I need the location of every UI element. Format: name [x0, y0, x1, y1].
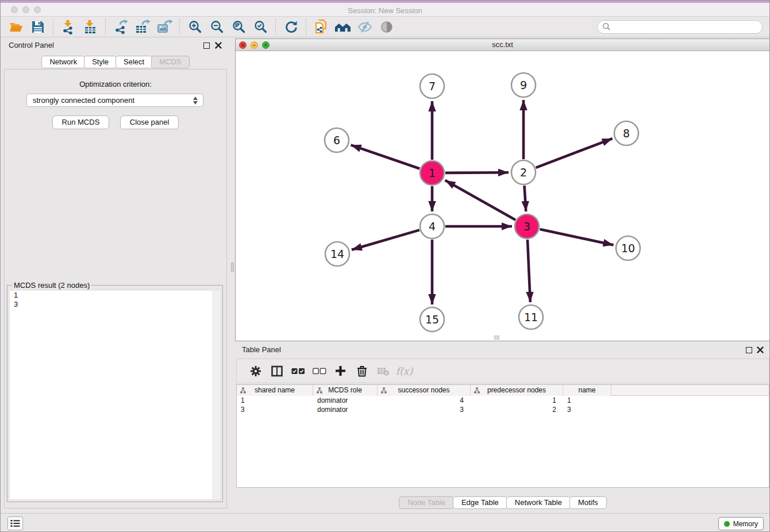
- zoom-out-icon: [210, 20, 224, 34]
- graph-node-14[interactable]: 14: [325, 242, 349, 266]
- apply-layout-button[interactable]: [280, 18, 302, 36]
- graph-node-1[interactable]: 1: [420, 161, 444, 185]
- cell-name[interactable]: 3: [563, 405, 611, 414]
- graph-edge-4-14[interactable]: [352, 230, 419, 249]
- column-header-name[interactable]: name: [563, 385, 611, 396]
- float-panel-icon[interactable]: [203, 43, 210, 49]
- run-mcds-button[interactable]: Run MCDS: [52, 115, 110, 129]
- cell-mcds-role[interactable]: dominator: [313, 396, 378, 405]
- table-toolbar: f(x): [236, 358, 769, 383]
- tab-mcds[interactable]: MCDS: [151, 56, 189, 68]
- network-canvas[interactable]: 1234678910111415: [236, 52, 769, 341]
- close-panel-icon[interactable]: [757, 346, 764, 353]
- cell-predecessor-nodes[interactable]: 2: [471, 405, 563, 414]
- column-header-label: MCDS role: [328, 386, 362, 394]
- export-image-button[interactable]: [153, 18, 175, 36]
- tab-network[interactable]: Network: [41, 56, 85, 68]
- graph-node-11[interactable]: 11: [519, 305, 543, 329]
- zoom-selected-button[interactable]: [249, 18, 271, 36]
- graph-edge-1-6[interactable]: [351, 145, 420, 168]
- column-header-successor-nodes[interactable]: successor nodes: [378, 385, 471, 396]
- delete-row-button[interactable]: [351, 363, 372, 380]
- tab-node-table[interactable]: Node Table: [399, 496, 454, 509]
- control-panel: Control Panel NetworkStyleSelectMCDS Opt…: [1, 37, 230, 511]
- column-settings-button[interactable]: [245, 363, 266, 380]
- optimization-criterion-select[interactable]: strongly connected component: [26, 94, 203, 107]
- show-hide-graphics-details-button[interactable]: [354, 18, 376, 36]
- contrast-eye-button[interactable]: [376, 18, 398, 36]
- show-columns-button[interactable]: [266, 363, 287, 380]
- graph-node-6[interactable]: 6: [325, 128, 349, 152]
- close-panel-button[interactable]: Close panel: [120, 115, 179, 129]
- cell-shared-name[interactable]: 3: [237, 405, 313, 414]
- graph-edge-1-2[interactable]: [445, 172, 509, 173]
- import-network-button[interactable]: [57, 18, 79, 36]
- table-body: 1dominator4113dominator323: [237, 396, 769, 414]
- tab-network-table[interactable]: Network Table: [506, 496, 571, 509]
- toolbar-separator: [53, 19, 53, 35]
- result-scrollbar[interactable]: [213, 291, 220, 499]
- import-table-button[interactable]: [79, 18, 101, 36]
- graph-node-7[interactable]: 7: [420, 74, 444, 98]
- tab-select[interactable]: Select: [116, 56, 152, 68]
- zoom-out-button[interactable]: [206, 18, 228, 36]
- column-header-predecessor-nodes[interactable]: predecessor nodes: [471, 385, 563, 396]
- panel-splitter[interactable]: [230, 37, 235, 511]
- node-label: 7: [429, 80, 436, 92]
- graph-edge-3-11[interactable]: [528, 240, 530, 302]
- save-session-button[interactable]: [27, 18, 49, 36]
- graph-edge-2-8[interactable]: [536, 138, 613, 168]
- graph-node-15[interactable]: 15: [420, 307, 444, 331]
- node-label: 3: [523, 220, 530, 233]
- tab-style[interactable]: Style: [84, 56, 117, 68]
- column-header-label: successor nodes: [398, 386, 449, 394]
- import-network-icon: [61, 20, 76, 34]
- graph-edge-3-1[interactable]: [445, 180, 515, 220]
- zoom-selected-icon: [253, 20, 268, 34]
- first-neighbors-button[interactable]: [332, 18, 354, 36]
- graph-node-10[interactable]: 10: [616, 236, 640, 260]
- graph-edge-3-10[interactable]: [540, 229, 614, 245]
- search-box[interactable]: [597, 20, 763, 34]
- canvas-resize-grip[interactable]: [494, 336, 499, 340]
- close-panel-icon[interactable]: [215, 42, 222, 49]
- cell-successor-nodes[interactable]: 3: [378, 405, 471, 414]
- tab-edge-table[interactable]: Edge Table: [453, 496, 507, 509]
- mcds-panel: Optimization criterion: strongly connect…: [4, 69, 227, 508]
- table-row[interactable]: 3dominator323: [237, 405, 769, 414]
- graph-edge-2-3[interactable]: [525, 186, 526, 211]
- zoom-in-button[interactable]: [184, 18, 206, 36]
- task-history-button[interactable]: [7, 516, 23, 530]
- graph-node-3[interactable]: 3: [515, 214, 539, 238]
- cell-successor-nodes[interactable]: 4: [378, 396, 471, 405]
- memory-button[interactable]: Memory: [718, 517, 764, 530]
- cell-shared-name[interactable]: 1: [237, 396, 313, 405]
- delete-table-button[interactable]: [372, 363, 394, 380]
- mcds-result-textarea[interactable]: 13: [10, 291, 220, 499]
- column-header-shared-name[interactable]: shared name: [237, 385, 313, 396]
- network-graph[interactable]: 1234678910111415: [236, 52, 769, 341]
- cell-name[interactable]: 1: [563, 396, 611, 405]
- graph-node-9[interactable]: 9: [511, 73, 536, 97]
- open-session-button[interactable]: [5, 18, 27, 36]
- zoom-fit-button[interactable]: [228, 18, 249, 36]
- export-network-button[interactable]: [110, 18, 132, 36]
- cell-mcds-role[interactable]: dominator: [313, 405, 378, 414]
- cell-predecessor-nodes[interactable]: 1: [471, 396, 563, 405]
- export-table-button[interactable]: [132, 18, 153, 36]
- add-row-button[interactable]: [330, 363, 351, 380]
- select-all-rows-button[interactable]: [287, 363, 309, 380]
- function-builder-button[interactable]: f(x): [394, 363, 415, 380]
- float-panel-icon[interactable]: [746, 347, 752, 353]
- column-header-mcds-role[interactable]: MCDS role: [313, 385, 378, 396]
- tab-motifs[interactable]: Motifs: [569, 496, 607, 509]
- search-input[interactable]: [611, 21, 762, 33]
- splitter-handle-icon[interactable]: [231, 263, 234, 272]
- table-row[interactable]: 1dominator411: [237, 396, 769, 405]
- graph-node-2[interactable]: 2: [511, 160, 536, 184]
- network-window-titlebar[interactable]: ✕ − + scc.txt: [236, 39, 769, 51]
- graph-node-8[interactable]: 8: [614, 121, 638, 145]
- deselect-all-rows-button[interactable]: [309, 363, 330, 380]
- graph-node-4[interactable]: 4: [420, 214, 444, 238]
- new-network-from-selection-button[interactable]: [310, 18, 332, 36]
